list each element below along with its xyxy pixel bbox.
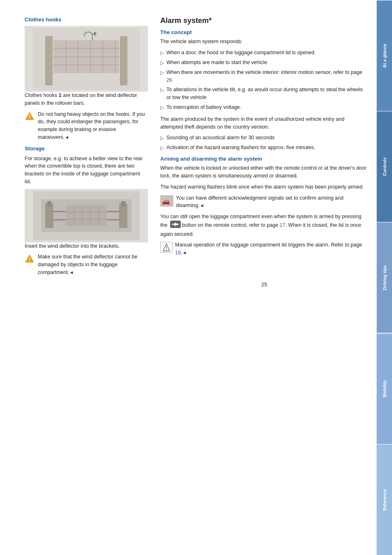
alarm-system-section: Alarm system* The concept The vehicle al… xyxy=(160,16,368,257)
warning-triangle-icon-2: ! xyxy=(25,254,35,264)
storage-warning: ! Make sure that the wind deflector cann… xyxy=(25,253,148,276)
alarm-trigger-5-text: To interruption of battery voltage. xyxy=(166,104,241,111)
concept-title: The concept xyxy=(160,29,368,35)
alarm-trigger-1-text: When a door, the hood or the luggage com… xyxy=(166,49,314,57)
alarm-response-1: ▷ Sounding of an acoustical alarm for 30… xyxy=(160,134,368,142)
alarm-response-2: ▷ Activation of the hazard warning flash… xyxy=(160,144,368,152)
sidebar-tab-mobility-label: Mobility xyxy=(382,380,387,397)
alarm-trigger-5: ▷ To interruption of battery voltage. xyxy=(160,104,368,111)
clothes-hooks-warning-text: Do not hang heavy objects on the hooks. … xyxy=(38,111,148,141)
remote-button-icon xyxy=(170,221,181,230)
storage-section: Storage For storage, e.g. to achieve a b… xyxy=(25,145,148,276)
page-container: Clothes hooks xyxy=(0,0,392,555)
storage-title: Storage xyxy=(25,145,148,152)
page-number: 25 xyxy=(160,281,368,288)
sidebar-tab-at-glance-label: At a glance xyxy=(382,44,387,68)
warning-triangle-icon: ! xyxy=(25,111,35,121)
manual-note-box: Manual operation of the luggage compartm… xyxy=(160,241,368,257)
alarm-trigger-3: ▷ When there are movements in the vehicl… xyxy=(160,69,368,84)
arming-para3: You can still open the luggage compartme… xyxy=(160,213,368,238)
arming-subsection: Arming and disarming the alarm system Wh… xyxy=(160,156,368,257)
bullet-arrow-icon-2: ▷ xyxy=(160,59,164,67)
page-ref-18-link[interactable]: 18 xyxy=(175,250,181,256)
bullet-arrow-icon-7: ▷ xyxy=(160,144,164,152)
clothes-hooks-warning: ! Do not hang heavy objects on the hooks… xyxy=(25,111,148,141)
sidebar-tab-driving-label: Driving tips xyxy=(382,265,387,290)
sidebar-tab-mobility[interactable]: Mobility xyxy=(377,333,392,444)
alarm-trigger-1: ▷ When a door, the hood or the luggage c… xyxy=(160,49,368,57)
bullet-arrow-icon-1: ▷ xyxy=(160,49,164,57)
alarm-trigger-3-text: When there are movements in the vehicle … xyxy=(166,69,368,84)
left-column: Clothes hooks xyxy=(25,16,148,539)
sidebar-tab-driving[interactable]: Driving tips xyxy=(377,222,392,333)
svg-rect-2 xyxy=(120,36,127,85)
arming-para2: The hazard warning flashers blink once w… xyxy=(160,183,368,191)
storage-image xyxy=(25,189,148,242)
sidebar-tab-controls[interactable]: Controls xyxy=(377,111,392,222)
alarm-trigger-4: ▷ To alterations in the vehicle tilt, e.… xyxy=(160,86,368,101)
svg-point-40 xyxy=(166,250,167,251)
main-content: Clothes hooks xyxy=(0,0,376,555)
page-ref-26-link[interactable]: 26 xyxy=(166,77,172,83)
svg-text:🚗: 🚗 xyxy=(162,197,170,205)
alarm-triggers-list: ▷ When a door, the hood or the luggage c… xyxy=(160,49,368,111)
svg-text:!: ! xyxy=(29,114,30,120)
right-sidebar: At a glance Controls Driving tips Mobili… xyxy=(376,0,392,555)
clothes-hooks-title: Clothes hooks xyxy=(25,16,148,23)
svg-text:!: ! xyxy=(29,256,30,263)
svg-rect-24 xyxy=(66,205,107,226)
alarm-response-list: ▷ Sounding of an acoustical alarm for 30… xyxy=(160,134,368,152)
svg-rect-1 xyxy=(45,36,53,85)
triangle-note-icon xyxy=(160,242,173,253)
right-column: Alarm system* The concept The vehicle al… xyxy=(160,16,368,539)
alarm-trigger-2-text: When attempts are made to start the vehi… xyxy=(166,59,267,67)
arming-note-text: You can have different acknowledgment si… xyxy=(176,194,368,210)
hazard-flasher-icon: 🚗 xyxy=(160,195,173,209)
clothes-hooks-section: Clothes hooks xyxy=(25,16,148,141)
sidebar-tab-controls-label: Controls xyxy=(382,157,387,176)
svg-rect-18 xyxy=(45,203,53,228)
svg-rect-21 xyxy=(121,201,125,206)
clothes-hooks-para1: Clothes hooks 1 are located on the wind … xyxy=(25,92,148,107)
bullet-arrow-icon-4: ▷ xyxy=(160,86,164,94)
alarm-response-2-text: Activation of the hazard warning flasher… xyxy=(166,144,315,152)
bullet-arrow-icon-6: ▷ xyxy=(160,134,164,142)
alarm-trigger-4-text: To alterations in the vehicle tilt, e.g.… xyxy=(166,86,368,101)
sidebar-tab-reference[interactable]: Reference xyxy=(377,444,392,555)
arming-para1: When the vehicle is locked or unlocked e… xyxy=(160,164,368,180)
clothes-hooks-svg: 1 xyxy=(33,28,140,90)
clothes-hooks-image: 1 xyxy=(25,26,148,92)
storage-para2: Insert the wind deflector into the brack… xyxy=(25,242,148,250)
concept-intro: The vehicle alarm system responds: xyxy=(160,38,368,46)
storage-warning-text: Make sure that the wind deflector cannot… xyxy=(38,253,148,276)
bullet-arrow-icon-5: ▷ xyxy=(160,104,164,111)
page-ref-17-link[interactable]: 17 xyxy=(280,222,286,228)
svg-rect-19 xyxy=(47,201,51,206)
alarm-system-title: Alarm system* xyxy=(160,16,368,25)
concept-subsection: The concept The vehicle alarm system res… xyxy=(160,29,368,152)
alarm-trigger-2: ▷ When attempts are made to start the ve… xyxy=(160,59,368,67)
arming-note-box: 🚗 You can have different acknowledgment … xyxy=(160,194,368,210)
alarm-response-1-text: Sounding of an acoustical alarm for 30 s… xyxy=(166,134,274,142)
arming-title: Arming and disarming the alarm system xyxy=(160,156,368,162)
bullet-arrow-icon-3: ▷ xyxy=(160,69,164,76)
sidebar-tab-reference-label: Reference xyxy=(382,489,387,511)
svg-rect-37 xyxy=(172,223,173,225)
manual-note-text: Manual operation of the luggage compartm… xyxy=(175,241,368,257)
sidebar-tab-at-glance[interactable]: At a glance xyxy=(377,0,392,111)
storage-svg xyxy=(33,191,140,240)
storage-para1: For storage, e.g. to achieve a better vi… xyxy=(25,155,148,186)
svg-rect-20 xyxy=(119,203,127,228)
alarm-intro-para: The alarm produced by the system in the … xyxy=(160,115,368,131)
